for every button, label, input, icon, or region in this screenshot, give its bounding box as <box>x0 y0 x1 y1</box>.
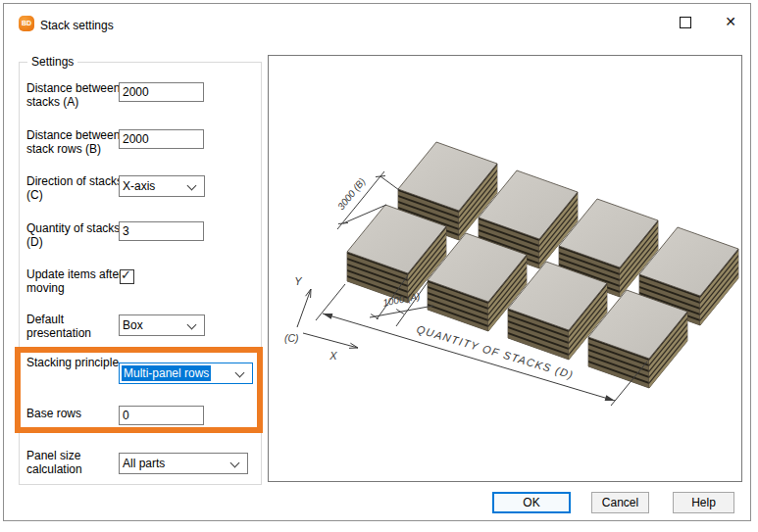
panel-size-calculation-select[interactable]: All parts <box>119 453 248 474</box>
label-distance-between-stacks: Distance between stacks (A) <box>26 81 126 109</box>
stack-diagram: 3000 (B)1000 (A)QUANTITY OF STACKS (D)YX… <box>269 56 741 481</box>
close-icon: ✕ <box>715 10 746 33</box>
diagram-label: (C) <box>284 332 299 344</box>
highlight-annotation <box>15 347 263 433</box>
label-update-items-after-moving: Update items after moving <box>26 267 126 295</box>
quantity-of-stacks-input[interactable] <box>119 221 204 241</box>
label-direction-of-stacks: Direction of stacks (C) <box>26 174 126 202</box>
maximize-icon <box>680 17 691 28</box>
update-items-checkbox[interactable]: ✓ <box>120 269 134 284</box>
diagram-label: Y <box>294 275 302 287</box>
checkmark-icon: ✓ <box>121 267 131 282</box>
label-quantity-of-stacks: Quantity of stacks (D) <box>26 221 126 249</box>
maximize-button[interactable] <box>670 10 701 33</box>
label-panel-size-calculation: Panel size calculation <box>26 449 126 476</box>
chevron-down-icon <box>187 181 197 191</box>
distance-between-stacks-input[interactable] <box>119 82 204 102</box>
screen: BD Stack settings ✕ Settings Distance be… <box>0 0 758 532</box>
default-presentation-value: Box <box>123 318 143 332</box>
default-presentation-select[interactable]: Box <box>119 314 205 336</box>
diagram-label: X <box>328 350 337 362</box>
ok-button[interactable]: OK <box>492 492 571 513</box>
panel-size-calculation-value: All parts <box>123 457 165 470</box>
settings-group-label: Settings <box>27 55 77 69</box>
chevron-down-icon <box>187 320 197 330</box>
help-button[interactable]: Help <box>673 492 734 513</box>
direction-of-stacks-value: X-axis <box>123 179 155 193</box>
preview-panel: 3000 (B)1000 (A)QUANTITY OF STACKS (D)YX… <box>268 55 742 482</box>
direction-of-stacks-select[interactable]: X-axis <box>119 175 205 197</box>
diagram-label: 3000 (B) <box>335 175 368 212</box>
titlebar: BD Stack settings ✕ <box>4 4 750 37</box>
cancel-button[interactable]: Cancel <box>591 492 649 513</box>
label-default-presentation: Default presentation <box>26 313 126 340</box>
window-title: Stack settings <box>40 19 114 32</box>
chevron-down-icon <box>230 459 240 468</box>
app-icon: BD <box>19 16 34 31</box>
close-button[interactable]: ✕ <box>715 10 746 33</box>
stack-settings-dialog: BD Stack settings ✕ Settings Distance be… <box>3 3 751 521</box>
distance-between-stack-rows-input[interactable] <box>119 129 204 149</box>
label-distance-between-stack-rows: Distance between stack rows (B) <box>26 128 126 156</box>
